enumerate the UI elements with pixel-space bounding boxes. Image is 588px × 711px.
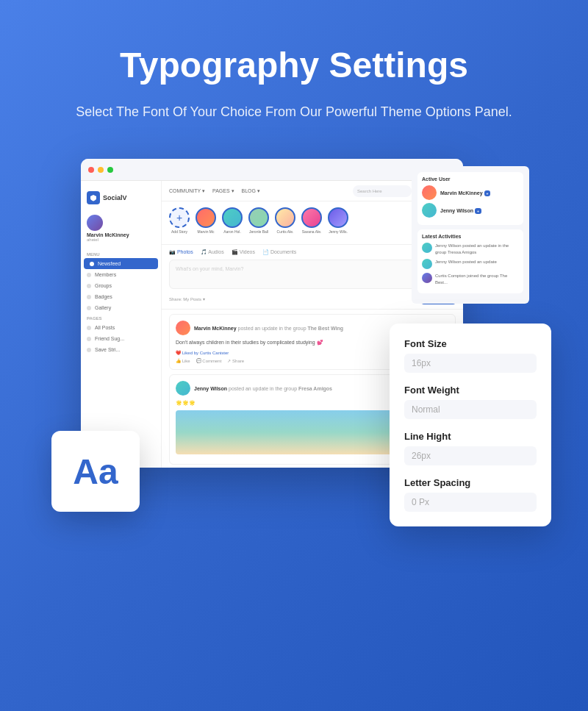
sidebar-item-allposts[interactable]: All Posts xyxy=(81,322,161,333)
font-weight-label: Font Weight xyxy=(404,385,537,396)
activity-text-1: Jenny Wilson posted an update in the gro… xyxy=(435,243,519,255)
nav-pages[interactable]: PAGES ▾ xyxy=(212,188,234,194)
nav-blog[interactable]: BLOG ▾ xyxy=(242,188,260,194)
sidebar-item-groups[interactable]: Groups xyxy=(81,280,161,291)
shield-icon xyxy=(90,194,97,201)
activity-3: Curtis Compton joined the group The Best… xyxy=(422,273,519,285)
browser-close-dot xyxy=(88,167,94,173)
logo-icon xyxy=(87,191,100,204)
sidebar-allposts-label: All Posts xyxy=(95,325,115,330)
sidebar-avatar xyxy=(87,215,103,231)
sidebar-item-newsfeed[interactable]: Newsfeed xyxy=(84,258,158,269)
active-user-2: Jenny Wilson + xyxy=(422,203,519,218)
right-panel: Active User Marvin McKinney + Jenny Wils… xyxy=(412,166,529,304)
story-name-1: Marvin Mc xyxy=(197,229,214,234)
sidebar: SocialV Marvin McKinney aheiel MENU News… xyxy=(81,181,162,468)
sidebar-pages-label: PAGES xyxy=(81,313,161,322)
sidebar-dot xyxy=(87,348,91,352)
header-section: Typography Settings Select The Font Of Y… xyxy=(17,0,571,151)
active-name-text-1: Marvin McKinney + xyxy=(440,190,490,196)
sidebar-item-badges[interactable]: Badges xyxy=(81,291,161,302)
post-tab-photos[interactable]: 📷 Photos xyxy=(169,249,193,255)
active-badge-2: + xyxy=(475,208,481,214)
activities-title: Latest Activities xyxy=(422,234,519,239)
activity-2: Jenny Wilson posted an update xyxy=(422,259,519,269)
line-height-label: Line Hight xyxy=(404,431,537,442)
active-user-1: Marvin McKinney + xyxy=(422,185,519,200)
sidebar-user: Marvin McKinney aheiel xyxy=(81,212,161,245)
story-item-6[interactable]: Jenny Wils. xyxy=(328,207,348,234)
activity-avatar-1 xyxy=(422,243,432,253)
story-add[interactable]: + Add Story xyxy=(169,207,190,234)
story-avatar-6 xyxy=(328,207,348,228)
activity-text-3: Curtis Compton joined the group The Best… xyxy=(435,273,519,285)
sidebar-menu-label: MENU xyxy=(81,249,161,258)
post-share-btn[interactable]: Share: My Posts ▾ xyxy=(169,296,205,301)
active-avatar-1 xyxy=(422,185,437,200)
post-tab-docs[interactable]: 📄 Documents xyxy=(262,249,296,255)
sidebar-dot xyxy=(90,262,94,266)
active-user-name-1: Marvin McKinney + xyxy=(440,190,490,196)
sidebar-dot xyxy=(87,337,91,341)
sidebar-dot xyxy=(87,284,91,288)
active-name-text-2: Jenny Wilson + xyxy=(440,208,481,213)
sidebar-item-friends[interactable]: Friend Sug... xyxy=(81,333,161,344)
mockup-container: SocialV Marvin McKinney aheiel MENU News… xyxy=(37,159,551,526)
font-weight-setting: Font Weight Normal xyxy=(404,385,537,419)
font-size-value[interactable]: 16px xyxy=(404,354,537,373)
feed-avatar-2 xyxy=(176,381,190,396)
sidebar-item-gallery[interactable]: Gallery xyxy=(81,302,161,313)
activity-1: Jenny Wilson posted an update in the gro… xyxy=(422,243,519,255)
active-badge-1: + xyxy=(484,190,491,196)
post-tab-audio[interactable]: 🎵 Audios xyxy=(201,249,224,255)
story-item-4[interactable]: Curtis Ale. xyxy=(275,207,295,234)
add-story-btn[interactable]: + xyxy=(169,207,190,228)
font-weight-value[interactable]: Normal xyxy=(404,400,537,419)
browser-minimize-dot xyxy=(98,167,104,173)
sidebar-members-label: Members xyxy=(95,272,116,277)
sidebar-dot xyxy=(87,306,91,310)
sidebar-gallery-label: Gallery xyxy=(95,305,111,310)
nav-community[interactable]: COMMUNITY ▾ xyxy=(169,188,205,194)
sidebar-item-members[interactable]: Members xyxy=(81,269,161,280)
feed-avatar-1 xyxy=(176,321,190,335)
page-subtitle: Select The Font Of Your Choice From Our … xyxy=(76,101,512,123)
font-size-label: Font Size xyxy=(404,338,537,349)
sidebar-friends-label: Friend Sug... xyxy=(95,336,124,341)
feed-like-btn-1[interactable]: 👍 Like xyxy=(176,358,190,363)
page-title: Typography Settings xyxy=(76,44,512,87)
story-name-2: Aaron Hol. xyxy=(223,229,241,234)
sidebar-dot xyxy=(87,273,91,277)
nav-search[interactable]: Search Here xyxy=(353,185,412,197)
active-avatar-2 xyxy=(422,203,437,218)
sidebar-user-role: aheiel xyxy=(87,237,155,242)
browser-maximize-dot xyxy=(107,167,113,173)
story-avatar-3 xyxy=(248,207,269,228)
line-height-value[interactable]: 26px xyxy=(404,446,537,465)
story-name-4: Curtis Ale. xyxy=(277,229,294,234)
letter-spacing-setting: Letter Spacing 0 Px xyxy=(404,477,537,512)
sidebar-dot xyxy=(87,326,91,330)
post-tab-videos[interactable]: 🎬 Videos xyxy=(232,249,255,255)
story-avatar-4 xyxy=(275,207,295,228)
logo-text: SocialV xyxy=(103,194,127,201)
feed-comment-btn-1[interactable]: 💬 Comment xyxy=(196,358,222,363)
letter-spacing-label: Letter Spacing xyxy=(404,477,537,488)
letter-spacing-value[interactable]: 0 Px xyxy=(404,493,537,512)
activity-avatar-2 xyxy=(422,259,432,269)
story-item-5[interactable]: Savana Ale. xyxy=(301,207,322,234)
activity-text-2: Jenny Wilson posted an update xyxy=(435,259,497,269)
sidebar-user-name: Marvin McKinney xyxy=(87,232,155,237)
story-avatar-1 xyxy=(196,207,216,228)
story-item-2[interactable]: Aaron Hol. xyxy=(222,207,243,234)
story-item-1[interactable]: Marvin Mc xyxy=(196,207,216,234)
sidebar-groups-label: Groups xyxy=(95,283,112,288)
story-name-6: Jenny Wils. xyxy=(329,229,348,234)
active-user-name-2: Jenny Wilson + xyxy=(440,208,481,213)
active-users-title: Active User xyxy=(422,176,519,182)
search-placeholder: Search Here xyxy=(357,189,382,193)
story-item-3[interactable]: Jeronle Ball xyxy=(248,207,269,234)
feed-share-btn-1[interactable]: ↗ Share xyxy=(227,358,244,363)
sidebar-item-save[interactable]: Save Stri... xyxy=(81,344,161,355)
story-avatar-2 xyxy=(222,207,243,228)
